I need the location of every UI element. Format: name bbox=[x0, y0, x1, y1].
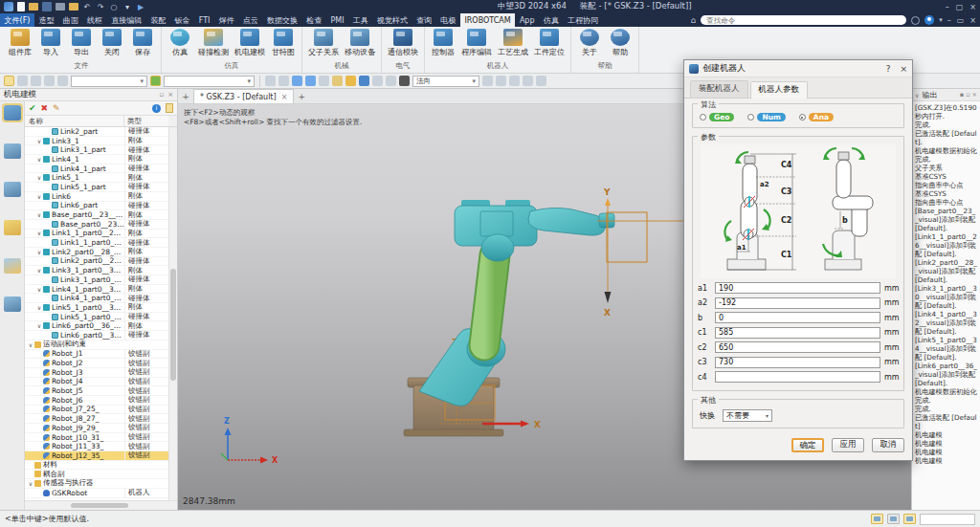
caret-icon[interactable]: ∨ bbox=[35, 211, 43, 218]
home-icon[interactable]: ⌂ bbox=[691, 15, 697, 25]
doc-close-button[interactable]: × bbox=[969, 16, 976, 25]
confirm-icon[interactable]: ✔ bbox=[29, 104, 36, 113]
redo-icon[interactable]: ↷ bbox=[96, 2, 105, 11]
ribbon-tab[interactable]: 仿真 bbox=[539, 13, 563, 27]
ribbon-tab[interactable]: 工具 bbox=[348, 13, 372, 27]
notes-tool-icon[interactable] bbox=[332, 76, 343, 86]
output-log[interactable]: [GSK.Z3]在0.5190秒内打开.完成.已激活装配 [Default].机… bbox=[912, 101, 980, 510]
account-dropdown-icon[interactable]: ▾ bbox=[939, 16, 943, 24]
param-input[interactable] bbox=[715, 297, 880, 309]
ribbon-button[interactable]: 仿真 bbox=[166, 28, 194, 58]
arc-tool-icon[interactable] bbox=[523, 76, 533, 86]
ribbon-tab[interactable]: 文件(F) bbox=[0, 13, 34, 27]
ribbon-button[interactable]: 关闭 bbox=[98, 28, 126, 58]
qat-dropdown-icon[interactable]: ▾ bbox=[122, 2, 132, 11]
caret-icon[interactable]: ∨ bbox=[27, 341, 34, 348]
open-recent-icon[interactable] bbox=[69, 3, 78, 11]
clock-tool-icon[interactable] bbox=[372, 76, 383, 86]
filter-tool-icon[interactable] bbox=[17, 76, 28, 86]
maximize-button[interactable]: ▢ bbox=[956, 3, 964, 11]
minus-tool-icon[interactable] bbox=[31, 76, 41, 86]
ribbon-tab[interactable]: 造型 bbox=[34, 13, 58, 27]
algorithm-radio[interactable]: Num bbox=[747, 113, 785, 121]
ribbon-button[interactable]: 碰撞检测 bbox=[196, 28, 231, 58]
cancel-icon[interactable]: ✖ bbox=[41, 104, 49, 113]
mechatronics-tab-icon[interactable] bbox=[4, 105, 21, 121]
doc-restore-button[interactable]: ▭ bbox=[957, 16, 965, 25]
ribbon-button[interactable]: 保存 bbox=[128, 28, 157, 58]
table-row[interactable]: GSKRobot 机器人 bbox=[25, 489, 168, 498]
new-tab-button[interactable]: + bbox=[296, 91, 307, 103]
ribbon-button[interactable]: 移动设备 bbox=[343, 28, 377, 58]
ribbon-tab[interactable]: 查询 bbox=[412, 13, 435, 27]
ribbon-button[interactable]: 父子关系 bbox=[306, 28, 341, 58]
algorithm-radio[interactable]: Ana bbox=[799, 113, 834, 121]
algorithm-radio[interactable]: Geo bbox=[700, 113, 734, 121]
panel-close-icon[interactable]: × bbox=[167, 91, 173, 99]
tab-close-icon[interactable]: × bbox=[281, 93, 288, 101]
tree-horizontal-scrollbar[interactable] bbox=[25, 500, 177, 510]
doc-minimize-button[interactable]: – bbox=[947, 16, 951, 25]
play-icon[interactable]: ▶ bbox=[136, 2, 145, 11]
refresh-tool-icon[interactable] bbox=[150, 76, 161, 86]
ribbon-button[interactable]: 导入 bbox=[36, 28, 65, 58]
quick-change-select[interactable]: 不需要 ▾ bbox=[723, 409, 772, 422]
ribbon-button[interactable]: 工件定位 bbox=[532, 28, 567, 58]
ribbon-button[interactable]: 通信模块 bbox=[386, 28, 420, 58]
dialog-help-button[interactable]: ? bbox=[886, 64, 891, 74]
radio-icon[interactable] bbox=[747, 114, 754, 121]
ribbon-button[interactable]: 甘特图 bbox=[269, 28, 298, 58]
tree-vertical-scrollbar[interactable] bbox=[168, 127, 177, 500]
caret-icon[interactable]: ∨ bbox=[35, 138, 43, 144]
ribbon-tab[interactable]: PMI bbox=[326, 13, 348, 27]
ribbon-button[interactable]: 导出 bbox=[67, 28, 96, 58]
ribbon-tab[interactable]: 钣金 bbox=[170, 13, 194, 27]
panel-toggle-icon[interactable] bbox=[903, 514, 916, 524]
dialog-title-bar[interactable]: 创建机器人 ? × bbox=[684, 60, 912, 77]
flag-tool-icon[interactable] bbox=[386, 76, 396, 86]
output-pin-icon[interactable]: ▪ bbox=[960, 91, 964, 99]
circle-tool-icon[interactable] bbox=[509, 76, 520, 86]
caret-icon[interactable]: ∨ bbox=[27, 480, 34, 487]
settings-gear-icon[interactable] bbox=[911, 16, 920, 25]
arrow-up-tool-icon[interactable] bbox=[292, 76, 302, 86]
ribbon-tab[interactable]: 数据交换 bbox=[262, 13, 301, 27]
ribbon-tab[interactable]: 视觉样式 bbox=[372, 13, 412, 27]
report-icon[interactable] bbox=[166, 103, 173, 113]
spline-tool-icon[interactable] bbox=[536, 76, 546, 86]
ribbon-tab[interactable]: 工程协同 bbox=[563, 13, 602, 27]
visual-manager-tab-icon[interactable] bbox=[4, 220, 21, 235]
ribbon-button[interactable]: 帮助 bbox=[606, 28, 635, 58]
info-icon[interactable]: i bbox=[152, 104, 161, 113]
tab-robot-parameters[interactable]: 机器人参数 bbox=[750, 81, 809, 99]
new-file-icon[interactable] bbox=[17, 2, 25, 11]
folder-tool-icon[interactable] bbox=[345, 76, 356, 86]
arrow-down-tool-icon[interactable] bbox=[305, 76, 316, 86]
ribbon-button[interactable]: 工艺生成 bbox=[496, 28, 530, 58]
ribbon-button[interactable]: 程序编辑 bbox=[459, 28, 494, 58]
ribbon-tab[interactable]: 电极 bbox=[436, 13, 460, 27]
ribbon-tab[interactable]: 检查 bbox=[302, 13, 326, 27]
param-input[interactable] bbox=[715, 312, 880, 323]
ribbon-tab[interactable]: 点云 bbox=[238, 13, 262, 27]
user-avatar[interactable] bbox=[924, 15, 934, 25]
param-input[interactable] bbox=[715, 327, 880, 339]
pickbox-tool-icon[interactable] bbox=[44, 76, 55, 86]
output-float-icon[interactable]: ▫ bbox=[966, 91, 969, 99]
stop-tool-icon[interactable] bbox=[399, 76, 410, 86]
command-search-input[interactable] bbox=[701, 15, 906, 25]
radio-icon[interactable] bbox=[799, 114, 806, 121]
document-tab[interactable]: * GSK.Z3 - [Default] × bbox=[193, 89, 294, 103]
save-icon[interactable] bbox=[42, 2, 52, 11]
cube-tool-icon[interactable] bbox=[359, 76, 369, 86]
ok-button[interactable]: 确定 bbox=[791, 438, 824, 452]
apply-button[interactable]: 应用 bbox=[832, 438, 864, 452]
column-header-type[interactable]: 类型 bbox=[124, 116, 168, 126]
tab-assemble-robot[interactable]: 装配机器人 bbox=[690, 80, 748, 98]
ribbon-button[interactable]: 关于 bbox=[575, 28, 604, 58]
param-input[interactable] bbox=[715, 282, 880, 294]
point-tool-icon[interactable] bbox=[319, 76, 329, 86]
caret-icon[interactable]: ∨ bbox=[35, 249, 43, 255]
circle-select-icon[interactable] bbox=[57, 76, 68, 86]
assembly-manager-tab-icon[interactable] bbox=[4, 143, 21, 159]
